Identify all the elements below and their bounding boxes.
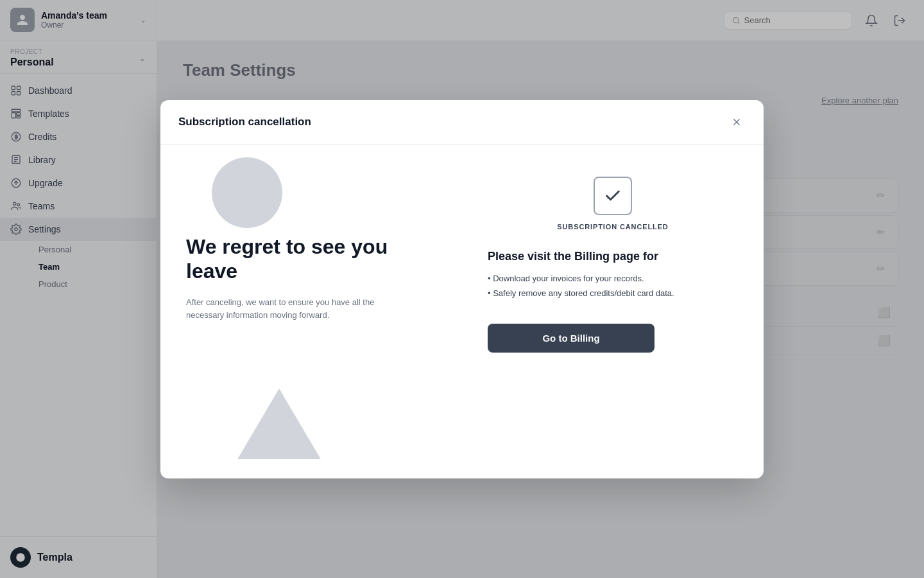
modal-subtext: After canceling, we want to ensure you h… xyxy=(186,296,391,321)
go-to-billing-button[interactable]: Go to Billing xyxy=(488,324,654,353)
modal-left-panel: We regret to see you leave After canceli… xyxy=(160,144,462,478)
modal-heading: We regret to see you leave xyxy=(186,234,436,284)
cancelled-label: SUBSCRIPTION CANCELLED xyxy=(557,223,668,231)
billing-info-list: Download your invoices for your records.… xyxy=(488,274,674,303)
decorative-triangle xyxy=(237,389,321,459)
cancelled-badge: SUBSCRIPTION CANCELLED xyxy=(557,177,668,231)
cancellation-modal: Subscription cancellation We regret to s… xyxy=(160,100,764,478)
check-icon-wrapper xyxy=(594,177,632,215)
close-button[interactable] xyxy=(728,113,746,131)
modal-title: Subscription cancellation xyxy=(178,116,311,128)
billing-info-item-1: Download your invoices for your records. xyxy=(488,274,674,283)
modal-overlay: Subscription cancellation We regret to s… xyxy=(0,0,924,578)
billing-info-item-2: Safely remove any stored credits/debit c… xyxy=(488,288,674,298)
decorative-circle xyxy=(212,157,282,228)
modal-body: We regret to see you leave After canceli… xyxy=(160,144,764,478)
billing-info-title: Please visit the Billing page for xyxy=(488,250,658,263)
modal-header: Subscription cancellation xyxy=(160,100,764,144)
modal-right-panel: SUBSCRIPTION CANCELLED Please visit the … xyxy=(462,144,764,478)
checkmark-icon xyxy=(604,187,622,205)
